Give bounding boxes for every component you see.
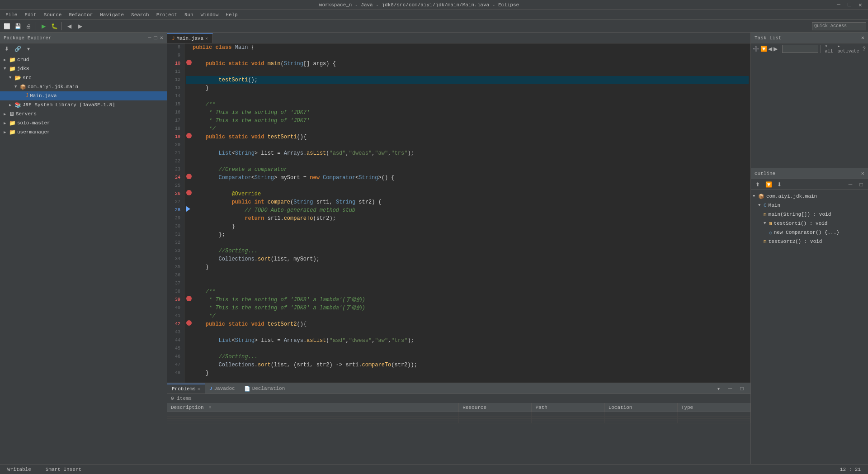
task-all-filter[interactable]: ▾ all [823,43,835,54]
task-prev-btn[interactable]: ◀ [768,44,772,54]
tree-item-solo[interactable]: ▶ 📁 solo-master [0,118,167,128]
task-activate-btn[interactable]: ▸ activate [836,43,861,54]
usermanager-icon: 📁 [9,129,16,136]
ln-30: 30 [169,223,182,231]
menu-navigate[interactable]: Navigate [96,11,127,19]
outline-maximize-btn[interactable]: □ [856,180,866,190]
tree-item-crud[interactable]: ▶ 📁 crud [0,55,167,64]
outline-minimize-btn[interactable]: ─ [845,180,855,190]
breakpoint-24 [186,174,192,179]
tree-item-jre[interactable]: ▶ 📚 JRE System Library [JavaSE-1.8] [0,100,167,109]
problems-minimize-btn[interactable]: ─ [725,384,735,393]
tree-arrow-solo: ▶ [4,121,9,126]
main-area: Package Explorer ─ □ ✕ ⬇ 🔗 ▾ ▶ 📁 crud ▼ … [0,33,868,464]
debug-button[interactable]: 🐛 [49,21,59,31]
forward-button[interactable]: ▶ [75,21,85,31]
tree-item-servers[interactable]: ▶ 🖥 Servers [0,109,167,118]
tab-main-java[interactable]: J Main.java ✕ [167,33,213,43]
outline-header: Outline ✕ [751,168,868,179]
tree-item-usermanager[interactable]: ▶ 📁 usermanager [0,128,167,137]
tab-declaration[interactable]: 📄 Declaration [240,384,290,393]
tree-item-src[interactable]: ▼ 📂 src [0,73,167,82]
maximize-button[interactable]: □ [845,1,854,9]
menu-window[interactable]: Window [197,11,222,19]
ln-45: 45 [169,345,182,353]
code-line-36 [186,271,749,280]
outline-item-package[interactable]: ▼ 📦 com.aiyi.jdk.main [751,192,868,201]
code-line-11 [186,68,749,76]
code-line-43 [186,328,749,337]
code-line-40: * This is the sorting of 'JDK8' a lambda… [186,304,749,312]
problems-panel-btn[interactable]: ▾ [713,384,723,393]
quick-access-box[interactable]: Quick Access [812,22,866,30]
outline-sort-btn[interactable]: ⬆ [753,180,763,190]
outline-close-btn[interactable]: ✕ [861,170,864,177]
outline-item-testsort2[interactable]: m testSort2() : void [751,237,868,246]
print-button[interactable]: 🖨 [24,21,33,31]
package-explorer-toolbar: ⬇ 🔗 ▾ [0,43,167,54]
package-tree: ▶ 📁 crud ▼ 📁 jdk8 ▼ 📂 src ▼ [0,54,167,464]
outline-collapse-btn[interactable]: ⬇ [774,180,784,190]
editor-area: 8 9 10 11 12 13 14 15 16 17 18 19 20 21 … [167,43,750,383]
code-line-18: */ [186,125,749,133]
outline-item-class-main[interactable]: ▼ C Main [751,201,868,210]
status-bar: Writable Smart Insert 12 : 21 [0,464,868,474]
ln-43: 43 [169,328,182,337]
menu-help[interactable]: Help [222,11,241,19]
menu-refactor[interactable]: Refactor [65,11,96,19]
src-icon: 📂 [14,75,21,81]
outline-item-main-method[interactable]: m main(String[]) : void [751,210,868,219]
outline-testsort1-label: testSort1() : void [774,221,828,226]
run-button[interactable]: ▶ [38,21,48,31]
tree-item-package[interactable]: ▼ 📦 com.aiyi.jdk.main [0,82,167,91]
close-panel-btn[interactable]: ✕ [160,34,163,41]
menu-search[interactable]: Search [127,11,153,19]
col-path: Path [532,403,604,412]
task-filter-btn[interactable]: 🔽 [760,44,767,54]
collapse-all-btn[interactable]: ⬇ [2,44,12,54]
back-button[interactable]: ◀ [64,21,74,31]
task-list-close[interactable]: ✕ [861,34,864,41]
minimize-panel-btn[interactable]: ─ [148,35,151,41]
menu-source[interactable]: Source [40,11,66,19]
task-add-btn[interactable]: ➕ [753,44,760,54]
problems-tab-label: Problems [172,386,196,392]
tab-close-btn[interactable]: ✕ [205,36,208,41]
menu-project[interactable]: Project [153,11,181,19]
tab-javadoc[interactable]: J Javadoc [205,384,240,393]
close-button[interactable]: ✕ [856,1,864,9]
task-help-btn[interactable]: ? [862,44,866,54]
task-next-btn[interactable]: ▶ [773,44,777,54]
marker-10 [186,60,193,68]
minimize-button[interactable]: ─ [835,1,843,9]
outline-item-testsort1[interactable]: ▼ m testSort1() : void [751,219,868,228]
outline-filter-btn[interactable]: 🔽 [764,180,774,190]
maximize-panel-btn[interactable]: □ [154,35,157,41]
new-button[interactable]: ⬜ [2,21,12,31]
task-search-input[interactable] [782,45,818,53]
declaration-tab-label: Declaration [252,386,285,391]
tab-problems[interactable]: Problems ✕ [167,384,205,393]
save-button[interactable]: 💾 [13,21,23,31]
link-editor-btn[interactable]: 🔗 [13,44,23,54]
tree-arrow-servers: ▶ [4,112,9,117]
col-type: Type [677,403,750,412]
method-icon-main: m [764,212,767,217]
task-list-title: Task List [755,35,859,41]
panel-menu-btn[interactable]: ▾ [24,44,33,54]
tree-arrow-crud: ▶ [4,57,9,62]
problems-maximize-btn[interactable]: □ [737,384,747,393]
menu-run[interactable]: Run [181,11,197,19]
code-editor[interactable]: public class Main { public static void m… [184,43,750,383]
outline-item-comparator[interactable]: ◇ new Comparator() {...} [751,228,868,237]
ln-44: 44 [169,337,182,345]
ln-20: 20 [169,141,182,149]
package-icon: 📦 [20,84,26,90]
tree-item-main-java[interactable]: ▶ J Main.java [0,91,167,100]
outline-main-method-label: main(String[]) : void [769,212,831,217]
tree-item-jdk8[interactable]: ▼ 📁 jdk8 [0,64,167,73]
menu-file[interactable]: File [2,11,21,19]
javadoc-tab-label: Javadoc [214,386,235,391]
menu-edit[interactable]: Edit [21,11,40,19]
problems-tab-close[interactable]: ✕ [198,386,200,392]
